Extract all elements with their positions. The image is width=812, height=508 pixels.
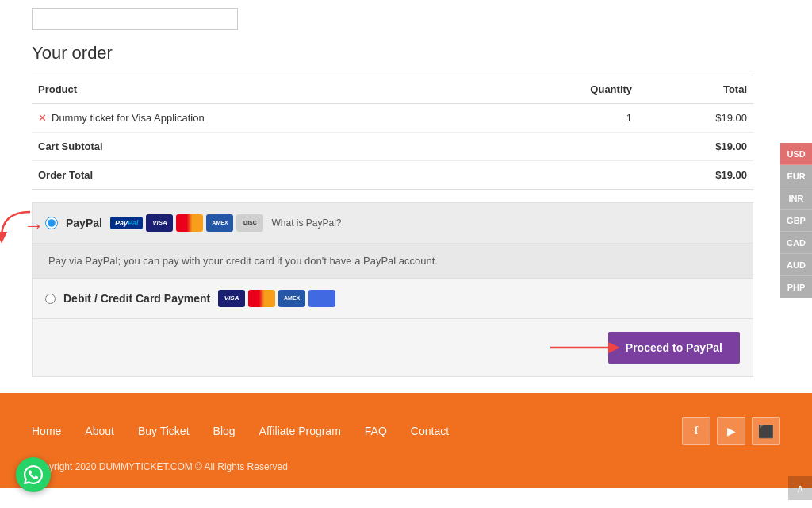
footer-link-blog[interactable]: Blog bbox=[213, 425, 236, 437]
scroll-top-button[interactable]: ∧ bbox=[788, 476, 812, 500]
instagram-icon[interactable]: ⬛ bbox=[752, 417, 780, 445]
footer-link-affiliate[interactable]: Affiliate Program bbox=[259, 425, 341, 437]
debit-mc-icon bbox=[248, 290, 275, 307]
social-icons: f ▶ ⬛ bbox=[682, 417, 780, 445]
footer-link-faq[interactable]: FAQ bbox=[365, 425, 387, 437]
currency-sidebar: USD EUR INR GBP CAD AUD PHP bbox=[780, 143, 812, 298]
total-empty bbox=[496, 161, 638, 190]
quantity-cell: 1 bbox=[496, 104, 638, 133]
price-cell: $19.00 bbox=[638, 104, 753, 133]
what-is-paypal-link[interactable]: What is PayPal? bbox=[271, 217, 341, 229]
proceed-row: Proceed to PayPal bbox=[33, 318, 753, 376]
product-name: Dummy ticket for Visa Application bbox=[52, 112, 205, 124]
footer-nav: Home About Buy Ticket Blog Affiliate Pro… bbox=[32, 417, 780, 445]
order-title: Your order bbox=[32, 43, 753, 64]
proceed-paypal-button[interactable]: Proceed to PayPal bbox=[608, 332, 740, 364]
total-value: $19.00 bbox=[638, 161, 753, 190]
footer-link-buy-ticket[interactable]: Buy Ticket bbox=[138, 425, 190, 437]
order-table: Product Quantity Total ✕ Dummy ticket fo… bbox=[32, 75, 753, 190]
search-bar bbox=[32, 8, 753, 30]
whatsapp-button[interactable] bbox=[16, 457, 51, 492]
subtotal-label: Cart Subtotal bbox=[32, 133, 496, 161]
debit-card-icons: VISA AMEX bbox=[218, 290, 335, 307]
paypal-radio[interactable] bbox=[45, 217, 58, 229]
youtube-icon[interactable]: ▶ bbox=[717, 417, 745, 445]
paypal-description: Pay via PayPal; you can pay with your cr… bbox=[33, 244, 753, 279]
currency-php[interactable]: PHP bbox=[780, 276, 812, 298]
footer-copyright: Copyright 2020 DUMMYTICKET.COM © All Rig… bbox=[32, 461, 288, 472]
debit-visa-icon: VISA bbox=[218, 290, 245, 307]
footer-bottom: Copyright 2020 DUMMYTICKET.COM © All Rig… bbox=[32, 461, 780, 472]
col-total: Total bbox=[638, 75, 753, 104]
table-row: ✕ Dummy ticket for Visa Application 1 $1… bbox=[32, 104, 753, 133]
footer: Home About Buy Ticket Blog Affiliate Pro… bbox=[0, 393, 812, 488]
payment-section: PayPal PayPal VISA AMEX DISC What is Pay… bbox=[32, 202, 753, 377]
subtotal-value: $19.00 bbox=[638, 133, 753, 161]
paypal-option[interactable]: PayPal PayPal VISA AMEX DISC What is Pay… bbox=[33, 203, 753, 244]
subtotal-empty bbox=[496, 133, 638, 161]
paypal-label: PayPal bbox=[66, 217, 102, 229]
remove-icon[interactable]: ✕ bbox=[38, 112, 47, 124]
amex-icon: AMEX bbox=[206, 214, 233, 232]
paypal-logo-icon: PayPal bbox=[110, 217, 144, 229]
currency-aud[interactable]: AUD bbox=[780, 254, 812, 276]
currency-cad[interactable]: CAD bbox=[780, 232, 812, 254]
col-quantity: Quantity bbox=[496, 75, 638, 104]
subtotal-row: Cart Subtotal $19.00 bbox=[32, 133, 753, 161]
debit-radio[interactable] bbox=[45, 294, 56, 304]
footer-link-home[interactable]: Home bbox=[32, 425, 61, 437]
footer-link-about[interactable]: About bbox=[85, 425, 114, 437]
debit-label: Debit / Credit Card Payment bbox=[63, 292, 210, 305]
currency-gbp[interactable]: GBP bbox=[780, 210, 812, 232]
visa-icon: VISA bbox=[146, 214, 173, 232]
facebook-icon[interactable]: f bbox=[682, 417, 710, 445]
total-label: Order Total bbox=[32, 161, 496, 190]
mastercard-icon bbox=[176, 214, 203, 232]
product-cell: ✕ Dummy ticket for Visa Application bbox=[32, 104, 496, 133]
debit-other-icon bbox=[308, 290, 335, 307]
currency-usd[interactable]: USD bbox=[780, 143, 812, 165]
footer-link-contact[interactable]: Contact bbox=[411, 425, 449, 437]
debit-amex-icon: AMEX bbox=[278, 290, 305, 307]
currency-eur[interactable]: EUR bbox=[780, 165, 812, 187]
paypal-icons: PayPal VISA AMEX DISC bbox=[110, 214, 264, 232]
col-product: Product bbox=[32, 75, 496, 104]
right-arrow-indicator bbox=[546, 336, 626, 360]
debit-option[interactable]: Debit / Credit Card Payment VISA AMEX bbox=[33, 279, 753, 318]
left-arrow-indicator bbox=[0, 206, 33, 245]
discover-icon: DISC bbox=[236, 214, 263, 232]
whatsapp-icon bbox=[24, 465, 43, 484]
search-input[interactable] bbox=[32, 8, 238, 30]
total-row: Order Total $19.00 bbox=[32, 161, 753, 190]
currency-inr[interactable]: INR bbox=[780, 187, 812, 210]
